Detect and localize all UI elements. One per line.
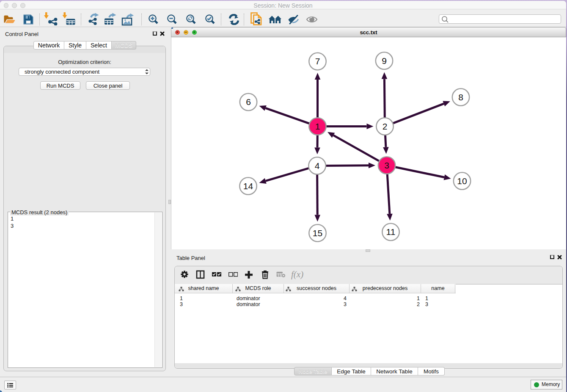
svg-text:8: 8 (458, 92, 463, 102)
svg-text:4: 4 (315, 161, 320, 171)
svg-text:2: 2 (383, 121, 388, 131)
svg-text:10: 10 (457, 176, 467, 186)
svg-text:9: 9 (382, 56, 387, 66)
svg-text:14: 14 (243, 181, 253, 191)
svg-text:11: 11 (386, 227, 396, 237)
svg-text:6: 6 (246, 97, 251, 107)
svg-text:7: 7 (315, 56, 320, 66)
svg-text:3: 3 (384, 160, 389, 170)
svg-text:1: 1 (315, 121, 320, 131)
svg-text:15: 15 (313, 228, 322, 238)
